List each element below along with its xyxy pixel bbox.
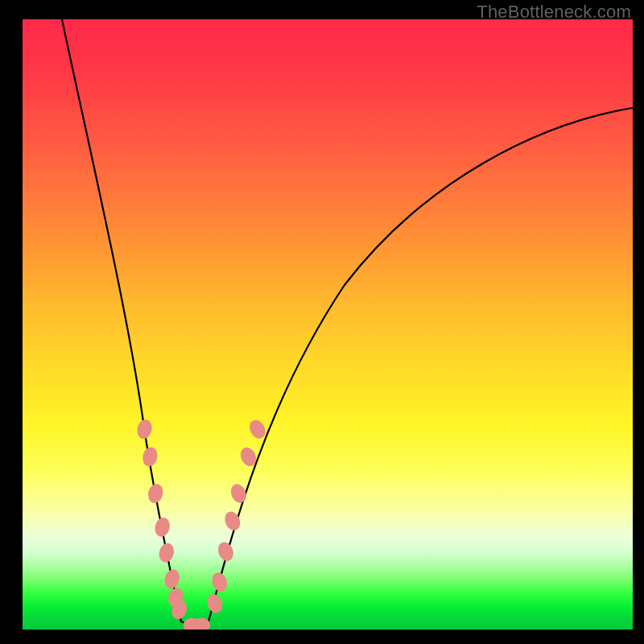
bead-icon bbox=[216, 540, 236, 564]
bead-group bbox=[135, 417, 268, 631]
bead-icon bbox=[157, 542, 176, 564]
watermark-text: TheBottleneck.com bbox=[477, 2, 631, 23]
bead-icon bbox=[153, 516, 172, 539]
bead-icon bbox=[205, 592, 225, 615]
curve-layer bbox=[23, 19, 633, 631]
bead-icon bbox=[135, 419, 154, 440]
frame-right bbox=[633, 0, 644, 644]
bead-icon bbox=[209, 571, 229, 594]
right-branch-line bbox=[208, 108, 633, 621]
bead-icon bbox=[163, 568, 182, 590]
bead-icon bbox=[147, 482, 165, 505]
bead-icon bbox=[228, 481, 249, 505]
bead-icon bbox=[141, 446, 159, 468]
chart-stage: TheBottleneck.com bbox=[0, 0, 644, 644]
frame-bottom bbox=[0, 630, 644, 644]
